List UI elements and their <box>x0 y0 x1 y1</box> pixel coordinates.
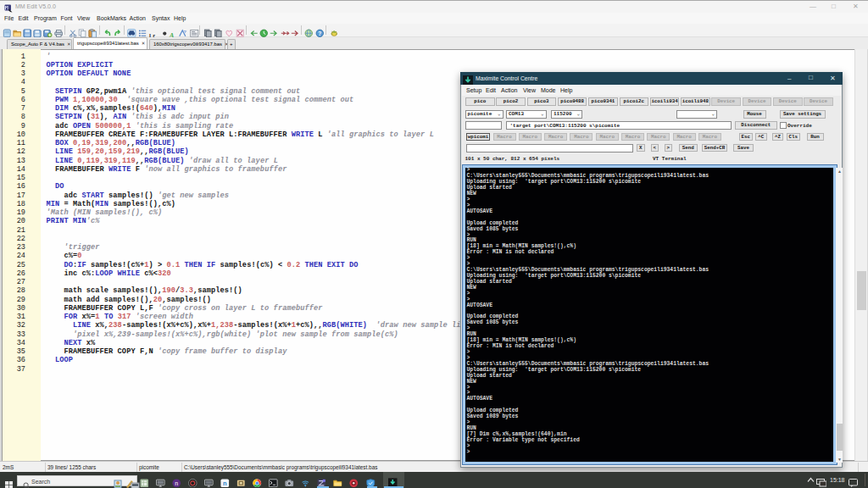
svg-text:?: ? <box>318 30 321 36</box>
svg-text:n: n <box>175 480 178 485</box>
svg-text:n: n <box>223 479 227 486</box>
